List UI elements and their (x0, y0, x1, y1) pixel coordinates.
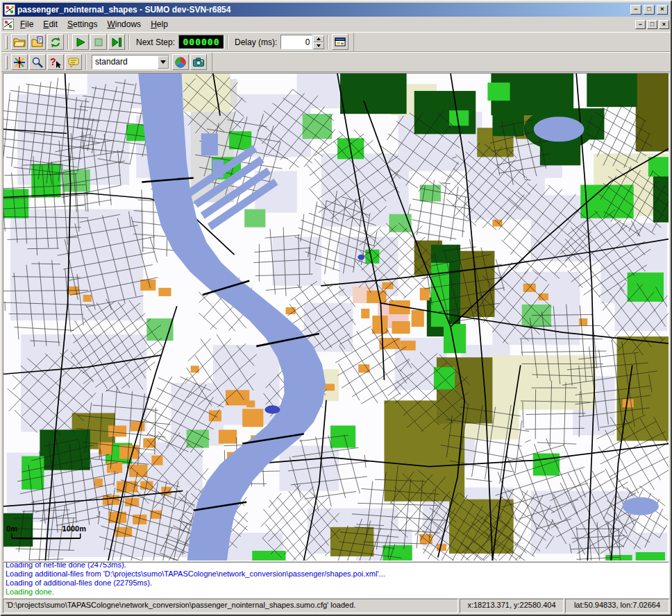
dock-basin (201, 133, 218, 155)
snapshot-button[interactable] (190, 54, 207, 70)
toolbar-grip[interactable] (6, 35, 8, 49)
log-line: Loading of net-file done (24753ms). (6, 562, 666, 570)
menu-items: FileEditSettingsWindowsHelp (15, 18, 634, 31)
title-bar[interactable]: passenger_nointernal_shapes - SUMO dev-S… (3, 3, 669, 17)
view-toolbar: ? standard (1, 52, 671, 72)
next-step-label: Next Step: (136, 37, 175, 47)
document-icon[interactable] (3, 19, 14, 30)
speech-bubble-icon (67, 56, 80, 69)
open-folder-icon (13, 36, 26, 49)
pond (623, 497, 659, 515)
close-button[interactable]: × (657, 5, 668, 15)
reload-button[interactable] (47, 34, 64, 50)
toolbar-separator (67, 35, 69, 49)
status-message: 'D:\projects\sumo\TAPASCologne\network_c… (3, 599, 458, 613)
toolbar-separator (327, 35, 328, 49)
toolbar-separator (128, 35, 130, 49)
new-view-icon (334, 36, 346, 49)
camera-icon (192, 56, 205, 69)
log-line: Loading of additional-files done (22795m… (6, 579, 666, 588)
help-arrow-icon: ? (49, 56, 62, 69)
status-geo-coordinates: lat:50.94833, lon:7.02664 (565, 599, 669, 613)
app-icon (4, 4, 15, 15)
mdi-controls: − □ × (635, 20, 669, 29)
status-xy-coordinates: x:18213.371, y:22580.404 (460, 599, 564, 613)
window-title: passenger_nointernal_shapes - SUMO dev-S… (17, 5, 628, 15)
context-help-button[interactable]: ? (47, 54, 64, 70)
view-scheme-value: standard (92, 55, 158, 69)
menu-edit[interactable]: Edit (38, 18, 62, 31)
app-window: passenger_nointernal_shapes - SUMO dev-S… (0, 0, 672, 616)
color-wheel-icon (174, 56, 187, 69)
delay-spin-down[interactable] (313, 42, 324, 49)
magnifier-icon (31, 56, 44, 69)
simulation-toolbar: Next Step: 000000 Delay (ms): (1, 32, 671, 52)
view-toolbar-band: ? standard (3, 53, 212, 71)
view-scheme-dropdown[interactable]: standard (92, 55, 169, 69)
new-view-button[interactable] (332, 34, 348, 50)
delay-input[interactable] (280, 35, 312, 49)
step-counter-display: 000000 (178, 35, 224, 49)
recenter-view-button[interactable] (11, 54, 28, 70)
step-button[interactable] (108, 34, 125, 50)
reload-icon (49, 36, 62, 49)
mdi-restore-button[interactable]: □ (647, 20, 657, 29)
map-canvas[interactable]: 0m 1000m (3, 74, 669, 561)
play-icon (74, 36, 87, 49)
pond (534, 117, 584, 142)
delay-spinner (313, 35, 324, 49)
simulation-toolbar-band: Next Step: 000000 Delay (ms): (3, 33, 354, 51)
stop-icon (92, 36, 105, 49)
message-window-button[interactable] (65, 54, 82, 70)
map-viewport: 0m 1000m (3, 73, 669, 561)
minimize-button[interactable]: − (630, 5, 641, 15)
scale-zero-label: 0m (6, 524, 17, 533)
menu-file[interactable]: File (15, 18, 38, 31)
mdi-minimize-button[interactable]: − (635, 20, 646, 29)
menu-settings[interactable]: Settings (62, 18, 102, 31)
log-line: Loading additional-files from 'D:\projec… (6, 570, 666, 579)
scale-max-label: 1000m (62, 524, 87, 533)
menu-bar: FileEditSettingsWindowsHelp − □ × (1, 17, 671, 32)
toolbar-separator (227, 35, 228, 49)
toolbar-grip[interactable] (6, 55, 8, 69)
maximize-button[interactable]: □ (644, 5, 655, 15)
recenter-star-icon (13, 56, 26, 69)
menu-help[interactable]: Help (146, 18, 173, 31)
delay-label: Delay (ms): (235, 37, 277, 47)
edit-coloring-button[interactable] (172, 54, 189, 70)
svg-text:?: ? (50, 56, 56, 67)
open-network-button[interactable] (29, 34, 46, 50)
zoom-button[interactable] (29, 54, 46, 70)
menu-windows[interactable]: Windows (102, 18, 146, 31)
mdi-close-button[interactable]: × (659, 20, 669, 29)
toolbar-separator (85, 55, 87, 69)
run-button[interactable] (72, 34, 89, 50)
dropdown-arrow-icon[interactable] (158, 55, 169, 69)
stop-button[interactable] (90, 34, 107, 50)
status-bar: 'D:\projects\sumo\TAPASCologne\network_c… (3, 599, 669, 613)
delay-spin-up[interactable] (313, 35, 324, 42)
open-network-icon (31, 36, 44, 49)
log-panel[interactable]: Loading of net-file done (24753ms).Loadi… (3, 562, 669, 598)
dock-basin (212, 160, 224, 178)
open-config-button[interactable] (11, 34, 28, 50)
step-icon (110, 36, 123, 49)
log-line: Loading done. (6, 588, 666, 597)
